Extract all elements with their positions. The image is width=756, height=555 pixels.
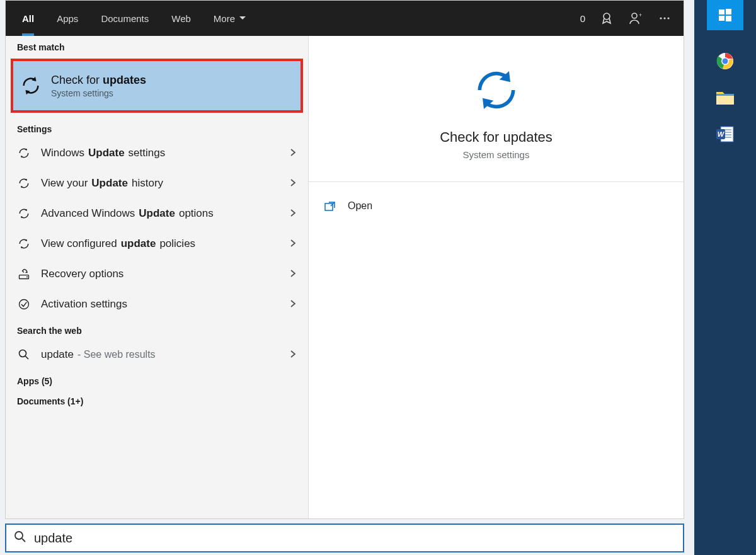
check-icon (17, 297, 31, 311)
section-best-match: Best match (6, 36, 308, 56)
search-topbar: All Apps Documents Web More 0 + (6, 1, 684, 36)
word-icon: W (716, 125, 735, 143)
svg-text:W: W (718, 130, 725, 138)
svg-rect-16 (719, 16, 724, 21)
svg-point-5 (667, 17, 669, 19)
chevron-right-icon (289, 268, 297, 280)
recovery-icon (17, 267, 31, 281)
web-result[interactable]: update - See web results (6, 340, 308, 370)
tab-web[interactable]: Web (160, 1, 202, 36)
svg-point-20 (723, 59, 728, 64)
search-input[interactable] (34, 531, 675, 546)
refresh-icon (17, 207, 31, 220)
svg-rect-15 (726, 9, 731, 14)
section-apps[interactable]: Apps (5) (6, 370, 308, 390)
chevron-right-icon (289, 178, 297, 189)
refresh-icon (17, 176, 31, 190)
settings-result-label: Activation settings (41, 298, 279, 311)
tab-label: Documents (101, 13, 149, 24)
refresh-large-icon (465, 65, 528, 118)
settings-result[interactable]: Advanced Windows Update options (6, 198, 308, 229)
start-button[interactable] (707, 0, 743, 30)
rewards-badge-icon[interactable] (599, 11, 614, 26)
tab-label: More (214, 13, 235, 24)
settings-result[interactable]: Activation settings (6, 289, 308, 319)
svg-text:+: + (639, 12, 642, 18)
settings-result[interactable]: Windows Update settings (6, 138, 308, 168)
settings-result[interactable]: View your Update history (6, 168, 308, 198)
settings-result-label: View configured update policies (41, 237, 279, 250)
tab-documents[interactable]: Documents (89, 1, 160, 36)
refresh-icon (20, 74, 42, 97)
svg-line-13 (22, 539, 25, 542)
preview-card: Check for updates System settings (309, 36, 684, 182)
chevron-right-icon (289, 238, 297, 249)
tab-all[interactable]: All (11, 1, 45, 36)
refresh-icon (17, 146, 31, 160)
search-bar[interactable] (5, 524, 684, 552)
svg-rect-14 (719, 9, 724, 14)
taskbar-app-word[interactable]: W (713, 122, 738, 147)
open-action[interactable]: Open (324, 192, 668, 220)
more-options-icon[interactable] (657, 11, 672, 26)
chevron-down-icon (239, 13, 246, 24)
settings-result[interactable]: View configured update policies (6, 229, 308, 259)
windows-icon (718, 8, 732, 22)
best-match-title: Check for updates (51, 74, 146, 87)
rewards-count: 0 (580, 13, 585, 24)
svg-point-7 (26, 277, 28, 278)
search-icon (17, 348, 31, 362)
results-column: Best match Check for updates System sett… (6, 36, 308, 518)
settings-result-label: Windows Update settings (41, 147, 279, 159)
settings-result-label: Advanced Windows Update options (41, 207, 279, 220)
svg-point-12 (15, 532, 23, 539)
tab-apps[interactable]: Apps (45, 1, 89, 36)
preview-column: Check for updates System settings Open (308, 36, 684, 518)
tab-label: Web (171, 13, 191, 24)
search-icon (14, 530, 26, 546)
section-web: Search the web (6, 319, 308, 340)
best-match-subtitle: System settings (51, 88, 146, 98)
preview-title: Check for updates (440, 129, 553, 146)
taskbar-app-chrome[interactable] (713, 49, 738, 74)
search-panel: All Apps Documents Web More 0 + (5, 0, 684, 519)
settings-result-label: Recovery options (41, 268, 279, 280)
svg-point-9 (20, 350, 26, 357)
svg-point-1 (632, 13, 637, 18)
chevron-right-icon (289, 349, 297, 360)
refresh-icon (17, 237, 31, 251)
taskbar-app-explorer[interactable] (713, 85, 738, 110)
web-result-label: update - See web results (41, 348, 279, 361)
svg-point-8 (20, 300, 29, 309)
search-tabs: All Apps Documents Web More (11, 1, 258, 36)
section-documents[interactable]: Documents (1+) (6, 390, 308, 410)
svg-line-10 (25, 356, 28, 359)
chevron-right-icon (289, 299, 297, 310)
topbar-right: 0 + (580, 11, 679, 26)
svg-rect-21 (716, 95, 734, 105)
best-match-result[interactable]: Check for updates System settings (11, 59, 303, 113)
svg-rect-17 (726, 16, 731, 21)
taskbar: W (694, 0, 756, 555)
section-settings: Settings (6, 118, 308, 138)
svg-point-3 (660, 17, 662, 19)
tab-label: All (22, 13, 34, 24)
svg-rect-11 (325, 203, 333, 210)
settings-result-label: View your Update history (41, 177, 279, 190)
tab-more[interactable]: More (202, 1, 258, 36)
chevron-right-icon (289, 147, 297, 159)
folder-icon (716, 89, 735, 106)
svg-point-4 (663, 17, 665, 19)
chrome-icon (716, 52, 735, 71)
svg-rect-22 (716, 94, 734, 96)
account-icon[interactable]: + (628, 11, 643, 26)
preview-subtitle: System settings (463, 149, 530, 160)
chevron-right-icon (289, 208, 297, 219)
settings-result[interactable]: Recovery options (6, 259, 308, 289)
open-icon (324, 200, 336, 212)
open-label: Open (348, 200, 372, 212)
tab-label: Apps (57, 13, 78, 24)
